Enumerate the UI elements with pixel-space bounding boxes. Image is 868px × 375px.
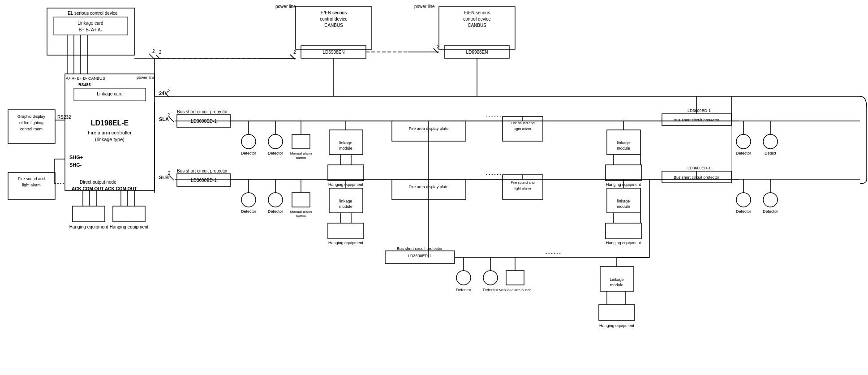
svg-text:Fire alarm controller: Fire alarm controller (88, 130, 132, 135)
svg-text:RS485: RS485 (78, 82, 91, 87)
diagram-container: EL serious control device Linkage card B… (0, 0, 868, 375)
svg-text:Hanging equipment: Hanging equipment (328, 241, 364, 245)
svg-text:Hanging equipment: Hanging equipment (110, 224, 149, 229)
svg-text:LD3600ED-1: LD3600ED-1 (408, 254, 431, 258)
svg-text:2: 2 (293, 50, 296, 55)
svg-text:Manual alarm: Manual alarm (290, 151, 312, 155)
svg-text:Fire sound and: Fire sound and (511, 121, 534, 125)
svg-text:Detector: Detector (736, 151, 751, 155)
svg-text:SHG-: SHG- (69, 162, 82, 168)
svg-text:SLA: SLA (159, 116, 169, 122)
svg-text:linkage: linkage (339, 199, 352, 203)
svg-text:Hanging equipment: Hanging equipment (599, 323, 635, 328)
svg-text:Detector: Detector (763, 209, 778, 214)
svg-text:light alarm: light alarm (515, 127, 531, 131)
svg-text:Direct output node: Direct output node (80, 180, 116, 185)
svg-text:Hanging equipment: Hanging equipment (606, 241, 641, 245)
svg-text:LD6908EN: LD6908EN (323, 50, 345, 55)
svg-text:E/EN serious: E/EN serious (321, 10, 347, 15)
svg-text:control device: control device (463, 17, 491, 22)
svg-text:Bus short circuit protector: Bus short circuit protector (177, 109, 228, 114)
svg-text:Linkage card: Linkage card (97, 91, 122, 96)
svg-text:E/EN serious: E/EN serious (464, 10, 490, 15)
svg-text:control device: control device (320, 17, 348, 22)
circuit-diagram: EL serious control device Linkage card B… (0, 0, 868, 375)
svg-text:control room: control room (20, 127, 43, 131)
svg-text:linkage: linkage (339, 141, 352, 145)
svg-text:Bus short circuit protector: Bus short circuit protector (177, 168, 228, 173)
svg-text:module: module (617, 146, 630, 151)
svg-text:module: module (610, 283, 623, 287)
svg-text:2: 2 (168, 112, 171, 117)
svg-text:Linkage: Linkage (610, 277, 624, 282)
svg-text:Linkage card: Linkage card (77, 21, 103, 26)
svg-text:Hanging equipment: Hanging equipment (69, 224, 108, 229)
svg-text:Detector: Detector (268, 151, 283, 155)
svg-text:- - - - - -: - - - - - - (486, 172, 501, 177)
svg-text:CANBUS: CANBUS (468, 23, 486, 28)
svg-text:ACK COM OUT    ACK COM OUT: ACK COM OUT ACK COM OUT (72, 186, 137, 191)
svg-text:LD198EL-E: LD198EL-E (91, 119, 129, 127)
svg-text:button: button (296, 214, 306, 218)
svg-text:of fire fighting: of fire fighting (19, 121, 43, 125)
svg-text:light alarm: light alarm (515, 186, 531, 190)
svg-text:linkage: linkage (617, 141, 630, 145)
svg-text:LD3600ED-1: LD3600ED-1 (688, 108, 711, 113)
svg-text:2: 2 (168, 171, 171, 176)
svg-text:RS232: RS232 (57, 115, 71, 120)
svg-text:module: module (339, 146, 352, 151)
svg-text:power line: power line (137, 75, 155, 80)
svg-text:2: 2 (168, 88, 171, 93)
svg-text:- - - - - -: - - - - - - (486, 113, 501, 118)
svg-text:CANBUS: CANBUS (324, 23, 343, 28)
svg-text:button: button (296, 156, 306, 160)
svg-text:module: module (339, 204, 352, 209)
svg-text:Manual alarm button: Manual alarm button (499, 288, 532, 292)
svg-text:Detector: Detector (268, 209, 283, 214)
svg-text:module: module (617, 204, 630, 209)
svg-text:Manual alarm: Manual alarm (290, 210, 312, 214)
svg-text:Graphic display: Graphic display (17, 114, 46, 119)
svg-text:LD3600ED-1: LD3600ED-1 (191, 119, 217, 124)
svg-text:Detector: Detector (241, 209, 256, 214)
svg-text:Fire sound and: Fire sound and (511, 181, 534, 185)
svg-text:2: 2 (152, 49, 155, 54)
svg-text:LD3600ED-1: LD3600ED-1 (191, 178, 217, 183)
svg-text:SLB: SLB (159, 175, 169, 180)
svg-text:- - - - - -: - - - - - - (546, 250, 561, 255)
svg-text:Detector: Detector (736, 209, 751, 214)
svg-text:2: 2 (159, 50, 162, 55)
svg-text:light alarm: light alarm (22, 183, 41, 187)
svg-text:Detector: Detector (241, 151, 256, 155)
svg-text:linkage: linkage (617, 199, 630, 203)
svg-text:Detect: Detect (765, 151, 777, 155)
svg-text:Bus short circuit protector: Bus short circuit protector (397, 246, 443, 251)
svg-text:Bus short circuit protector: Bus short circuit protector (674, 118, 719, 122)
svg-text:Fire sound and: Fire sound and (18, 177, 45, 181)
svg-text:EL serious control device: EL serious control device (68, 11, 118, 16)
svg-text:A+ A-  B+ B-  CANBUS: A+ A- B+ B- CANBUS (66, 76, 105, 81)
svg-text:power line: power line (275, 4, 296, 9)
svg-text:(linkage type): (linkage type) (95, 137, 125, 142)
svg-text:Detector: Detector (456, 288, 471, 292)
svg-text:power line: power line (414, 4, 435, 9)
svg-text:LD6908EN: LD6908EN (466, 50, 488, 55)
svg-text:SHG+: SHG+ (69, 155, 83, 160)
svg-text:Detector: Detector (483, 288, 498, 292)
svg-text:LD3600ED-1: LD3600ED-1 (688, 166, 711, 170)
svg-text:B+ B-  A+ A-: B+ B- A+ A- (79, 27, 102, 32)
